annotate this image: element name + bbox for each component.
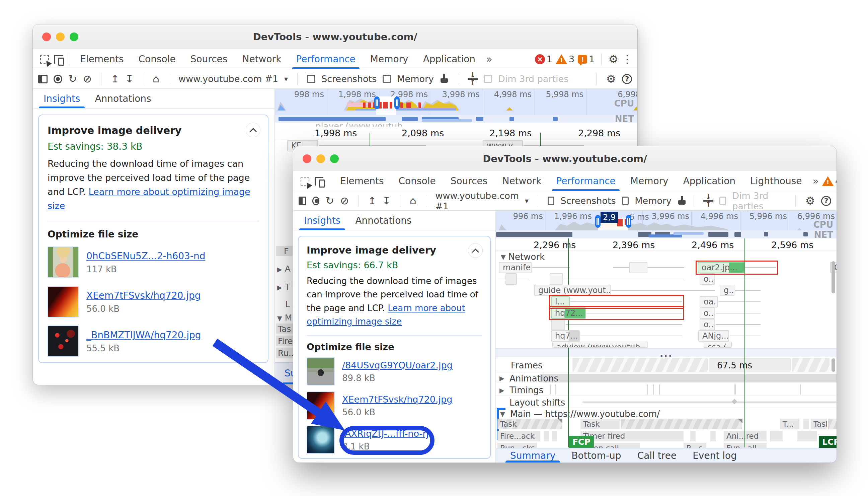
task-block[interactable]: Timer fired xyxy=(580,431,684,441)
tri-right-icon[interactable]: ▶ xyxy=(277,266,282,273)
profile-dropdown-icon[interactable]: ▾ xyxy=(525,197,529,205)
error-badge[interactable]: × 1 xyxy=(535,54,552,64)
network-request-chip[interactable]: guide (www.yout... xyxy=(534,285,611,296)
shortcuts-dialog-icon[interactable]: ↓↑ xyxy=(468,73,478,84)
main-track-header[interactable]: ▼ Main — https://www.youtube.com/ xyxy=(496,408,837,418)
clear-icon[interactable]: ⊘ xyxy=(83,74,92,84)
tri-down-icon[interactable]: ▼ xyxy=(500,410,505,418)
more-tabs-icon[interactable]: » xyxy=(809,175,822,187)
garbage-collect-icon[interactable] xyxy=(440,74,449,84)
tab-event-log[interactable]: Event log xyxy=(685,448,745,463)
collapse-insight-button[interactable] xyxy=(246,123,260,137)
task-block[interactable]: Ani...red xyxy=(724,431,767,441)
task-block[interactable] xyxy=(770,431,783,441)
tab-performance[interactable]: Performance xyxy=(289,49,363,69)
screenshots-checkbox[interactable] xyxy=(548,197,555,205)
tab-bottom-up[interactable]: Bottom-up xyxy=(563,448,629,463)
toggle-sidebar-icon[interactable] xyxy=(299,197,306,205)
overflow-menu-icon[interactable]: ⋮ xyxy=(622,53,633,65)
tab-console[interactable]: Console xyxy=(391,171,443,191)
network-request-chip[interactable]: hq7... xyxy=(551,330,580,342)
toggle-sidebar-icon[interactable] xyxy=(38,75,48,83)
profile-selector[interactable]: www.youtube.com #1 xyxy=(178,74,278,84)
tri-right-icon[interactable]: ▶ xyxy=(499,374,504,382)
tri-right-icon[interactable]: ▶ xyxy=(499,387,504,394)
load-profile-icon[interactable]: ↥ xyxy=(111,73,119,85)
network-section-header[interactable]: ▼ Network xyxy=(501,252,545,262)
reload-and-record-icon[interactable]: ↻ xyxy=(68,74,77,84)
network-request-chip[interactable] xyxy=(505,273,517,285)
collapse-insight-button[interactable] xyxy=(468,243,483,258)
device-toolbar-icon[interactable] xyxy=(54,55,63,64)
layout-shifts-track[interactable]: Layout shifts xyxy=(496,397,837,408)
tab-summary[interactable]: Summary xyxy=(502,448,563,463)
tab-annotations[interactable]: Annotations xyxy=(348,211,419,230)
animations-track[interactable]: ▶ Animations xyxy=(496,373,837,383)
task-block[interactable]: Task xyxy=(811,419,827,429)
titlebar[interactable]: DevTools - www.youtube.com/ xyxy=(33,25,637,49)
file-link[interactable]: 0hCbSENu5Z...2-h603-nd xyxy=(86,250,205,262)
network-request-chip[interactable]: o... xyxy=(700,273,715,285)
network-request-chip[interactable]: manife... xyxy=(499,262,532,273)
warning-badge[interactable]: ! 4 xyxy=(822,176,837,186)
network-request-chip[interactable] xyxy=(550,273,563,285)
task-block[interactable]: Fire...ack xyxy=(497,431,541,441)
screenshots-checkbox[interactable] xyxy=(307,75,315,83)
record-button[interactable] xyxy=(312,197,319,205)
network-request-chip[interactable] xyxy=(551,319,565,330)
task-block[interactable] xyxy=(552,431,558,441)
task-block[interactable] xyxy=(544,431,550,441)
network-request-chip[interactable]: g... xyxy=(720,285,735,296)
tab-sources[interactable]: Sources xyxy=(443,171,495,191)
tab-insights[interactable]: Insights xyxy=(296,211,348,230)
tab-network[interactable]: Network xyxy=(235,49,289,69)
network-request-chip[interactable]: o... xyxy=(700,308,715,319)
inspect-element-icon[interactable] xyxy=(40,55,49,64)
profile-selector[interactable]: www.youtube.com #1 xyxy=(435,190,519,211)
file-link[interactable]: IAXRiqZtJ-...fff-no-rj xyxy=(342,428,429,439)
garbage-collect-icon[interactable] xyxy=(677,196,684,206)
home-icon[interactable]: ⌂ xyxy=(152,74,159,84)
task-block[interactable]: T... xyxy=(780,419,800,429)
network-request-chip[interactable]: adview (www.youtub xyxy=(552,342,648,347)
clear-icon[interactable]: ⊘ xyxy=(340,196,349,206)
tab-elements[interactable]: Elements xyxy=(73,49,131,69)
memory-checkbox[interactable] xyxy=(383,75,391,83)
task-block[interactable]: Task xyxy=(580,419,621,429)
network-request-chip[interactable]: ssa ( xyxy=(704,342,732,347)
tri-down-icon[interactable]: ▼ xyxy=(277,314,282,322)
task-block[interactable] xyxy=(803,419,809,429)
file-link[interactable]: XEem7tFSvsk/hq720.jpg xyxy=(342,394,452,405)
task-block[interactable] xyxy=(710,431,717,441)
scrollbar-thumb[interactable] xyxy=(832,261,835,293)
help-icon[interactable]: ? xyxy=(622,74,632,84)
capture-settings-gear-icon[interactable]: ⚙ xyxy=(805,195,815,206)
record-button[interactable] xyxy=(53,75,62,83)
tab-network[interactable]: Network xyxy=(495,171,549,191)
network-request-chip[interactable]: oa... xyxy=(700,296,718,308)
network-request-chip[interactable]: ANjg... xyxy=(698,330,729,342)
network-request-chip[interactable]: o... xyxy=(700,319,715,330)
scrollbar-thumb[interactable] xyxy=(832,358,835,372)
capture-settings-gear-icon[interactable]: ⚙ xyxy=(606,73,616,84)
file-link[interactable]: _BnBMZTlJWA/hq720.jpg xyxy=(86,329,201,341)
tab-application[interactable]: Application xyxy=(676,171,743,191)
tab-insights[interactable]: Insights xyxy=(36,89,87,108)
load-profile-icon[interactable]: ↥ xyxy=(368,195,376,207)
help-icon[interactable]: ? xyxy=(821,196,831,206)
tri-down-icon[interactable]: ▼ xyxy=(501,253,506,261)
network-request-chip[interactable] xyxy=(629,262,647,273)
selection-handle-right[interactable] xyxy=(394,96,400,109)
shortcuts-dialog-icon[interactable]: ↓↑ xyxy=(703,195,713,206)
tab-application[interactable]: Application xyxy=(416,49,483,69)
timings-track[interactable]: ▶ Timings xyxy=(496,384,837,396)
task-block[interactable] xyxy=(797,431,818,441)
task-block[interactable]: Task xyxy=(497,419,563,429)
settings-gear-icon[interactable]: ⚙ xyxy=(608,53,618,65)
network-overflow-row[interactable]: ... xyxy=(496,348,837,357)
memory-checkbox[interactable] xyxy=(622,197,629,205)
tab-call-tree[interactable]: Call tree xyxy=(629,448,685,463)
tab-elements[interactable]: Elements xyxy=(333,171,391,191)
selection-handle-left[interactable] xyxy=(374,96,380,109)
titlebar[interactable]: DevTools - www.youtube.com/ xyxy=(293,146,837,171)
